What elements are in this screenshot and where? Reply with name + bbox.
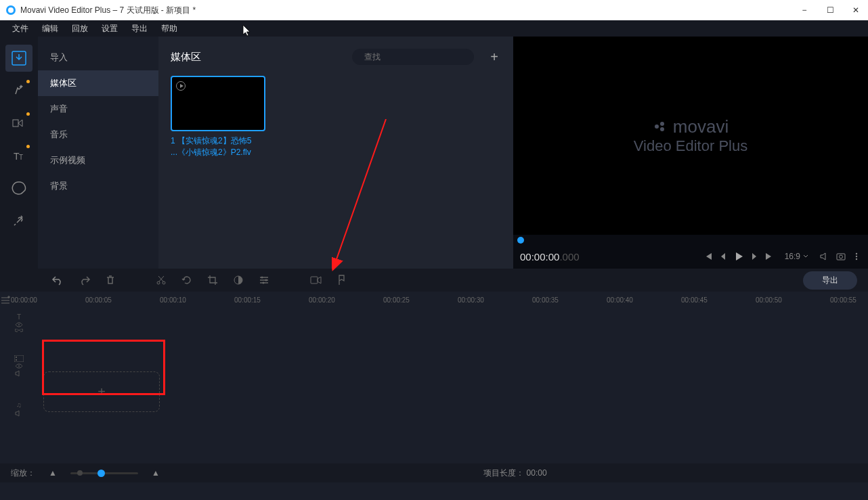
search-input[interactable] xyxy=(364,52,466,62)
zoom-in-icon[interactable]: ▲ xyxy=(152,468,160,478)
menu-playback[interactable]: 回放 xyxy=(65,23,95,35)
link-icon[interactable] xyxy=(15,329,23,334)
audio-track-icon: ♫ xyxy=(16,401,22,409)
zoom-out-icon[interactable]: ▲ xyxy=(49,468,57,478)
titles-track-icon: T xyxy=(17,313,21,321)
svg-point-15 xyxy=(856,258,857,260)
media-panel-title: 媒体区 xyxy=(171,51,344,64)
step-fwd-button[interactable] xyxy=(750,252,759,261)
ruler-tick: 00:00:55 xyxy=(830,296,868,304)
media-clip[interactable]: 1 【实镇惊魂2】恐怖5 ...《小镇惊魂2》P2.flv xyxy=(171,76,265,158)
clip-thumbnail[interactable] xyxy=(171,76,265,131)
clip-caption-line1: 1 【实镇惊魂2】恐怖5 xyxy=(171,135,265,147)
cut-button[interactable] xyxy=(156,275,167,286)
redo-button[interactable] xyxy=(79,275,91,286)
ruler-tick: 00:00:15 xyxy=(234,296,309,304)
titles-track[interactable]: T xyxy=(0,308,868,339)
ruler-tick: 00:00:05 xyxy=(85,296,160,304)
crop-button[interactable] xyxy=(207,275,218,286)
zoom-label: 缩放： xyxy=(11,468,35,479)
aspect-ratio-select[interactable]: 16:9 xyxy=(785,252,808,261)
stickers-tab-icon[interactable] xyxy=(5,175,32,202)
svg-point-21 xyxy=(263,282,265,284)
ruler-tick: 00:00:00 xyxy=(11,296,85,304)
cat-sample-video[interactable]: 示例视频 xyxy=(38,147,158,173)
record-button[interactable] xyxy=(310,275,322,286)
marker-button[interactable] xyxy=(337,275,347,286)
maximize-button[interactable]: ☐ xyxy=(823,5,837,15)
svg-point-19 xyxy=(261,277,263,279)
preview-scrubber[interactable] xyxy=(513,235,868,244)
svg-rect-25 xyxy=(16,357,17,358)
menu-edit[interactable]: 编辑 xyxy=(35,23,65,35)
ruler-tick: 00:00:40 xyxy=(607,296,681,304)
next-clip-button[interactable] xyxy=(764,252,774,261)
effects-tab-icon[interactable] xyxy=(5,77,32,104)
app-icon xyxy=(5,5,16,16)
ruler-tick: 00:00:50 xyxy=(756,296,830,304)
preview-controls: 00:00:00.000 16:9 xyxy=(513,244,868,269)
cat-media-bin[interactable]: 媒体区 xyxy=(38,70,158,96)
timeline-tracks: T + ♫ xyxy=(0,308,868,463)
clip-caption-line2: ...《小镇惊魂2》P2.flv xyxy=(171,147,265,158)
add-media-button[interactable]: + xyxy=(487,50,501,64)
import-tab-icon[interactable] xyxy=(5,45,32,72)
project-length-label: 项目长度： 00:00 xyxy=(483,468,546,479)
visibility-icon[interactable] xyxy=(15,363,23,369)
menu-export[interactable]: 导出 xyxy=(125,23,154,35)
scrubber-handle[interactable] xyxy=(517,237,524,244)
menubar: 文件 编辑 回放 设置 导出 帮助 xyxy=(0,20,868,37)
zoom-slider[interactable] xyxy=(70,472,138,474)
delete-button[interactable] xyxy=(106,275,115,286)
video-track-icon xyxy=(14,355,24,362)
svg-point-1 xyxy=(8,7,14,13)
mute-icon[interactable] xyxy=(15,370,23,377)
video-track[interactable]: + xyxy=(0,339,868,393)
titles-tab-icon[interactable]: TT xyxy=(5,142,32,169)
transitions-tab-icon[interactable] xyxy=(5,110,32,137)
clip-properties-button[interactable] xyxy=(259,275,269,286)
preview-more-button[interactable] xyxy=(852,252,861,261)
play-button[interactable] xyxy=(733,251,744,262)
prev-clip-button[interactable] xyxy=(703,252,713,261)
timeline-ruler-row: 00:00:00 00:00:05 00:00:10 00:00:15 00:0… xyxy=(0,292,868,308)
cat-import[interactable]: 导入 xyxy=(38,45,158,70)
step-back-button[interactable] xyxy=(718,252,728,261)
svg-point-10 xyxy=(660,127,664,131)
snapshot-button[interactable] xyxy=(836,251,846,262)
undo-button[interactable] xyxy=(51,275,64,286)
add-track-button[interactable] xyxy=(0,295,11,304)
svg-point-16 xyxy=(157,281,160,284)
search-box[interactable] xyxy=(352,49,474,65)
svg-point-20 xyxy=(265,279,267,281)
window-titlebar: Movavi Video Editor Plus – 7 天试用版 - 新项目 … xyxy=(0,0,868,20)
watermark-logo: movavi Video Editor Plus xyxy=(634,116,747,155)
ruler-tick: 00:00:25 xyxy=(383,296,458,304)
mute-icon[interactable] xyxy=(15,410,23,417)
svg-rect-26 xyxy=(16,359,17,361)
preview-timecode: 00:00:00.000 xyxy=(520,251,697,263)
video-drop-zone[interactable]: + xyxy=(43,371,160,412)
timeline-ruler[interactable]: 00:00:00 00:00:05 00:00:10 00:00:15 00:0… xyxy=(11,296,868,304)
ruler-tick: 00:00:10 xyxy=(160,296,234,304)
cat-backgrounds[interactable]: 背景 xyxy=(38,173,158,199)
volume-button[interactable] xyxy=(819,251,830,262)
more-tools-tab-icon[interactable] xyxy=(5,207,32,234)
preview-panel: movavi Video Editor Plus 00:00:00.000 16… xyxy=(513,37,868,269)
color-adjust-button[interactable] xyxy=(233,275,244,286)
cat-sounds[interactable]: 声音 xyxy=(38,96,158,122)
rotate-button[interactable] xyxy=(181,275,192,286)
cat-music[interactable]: 音乐 xyxy=(38,122,158,147)
menu-file[interactable]: 文件 xyxy=(5,23,35,35)
close-button[interactable]: ✕ xyxy=(849,5,863,15)
menu-settings[interactable]: 设置 xyxy=(95,23,125,35)
export-button[interactable]: 导出 xyxy=(803,271,857,290)
visibility-icon[interactable] xyxy=(15,322,23,327)
left-toolbar: TT xyxy=(0,37,38,269)
zoom-slider-handle[interactable] xyxy=(97,470,105,477)
ruler-tick: 00:00:30 xyxy=(458,296,532,304)
footer-bar: 缩放： ▲ ▲ 项目长度： 00:00 xyxy=(0,463,868,482)
menu-help[interactable]: 帮助 xyxy=(154,23,184,35)
minimize-button[interactable]: − xyxy=(798,5,811,15)
svg-rect-3 xyxy=(13,120,18,127)
